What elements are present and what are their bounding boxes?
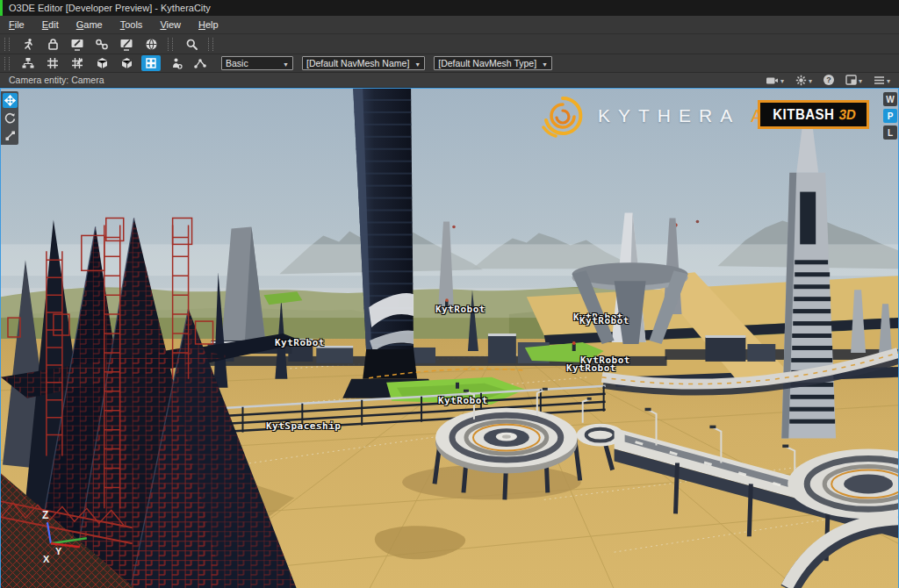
- navmesh-type-value: [Default NavMesh Type]: [438, 58, 536, 68]
- camera-entity-label: Camera entity: Camera: [0, 75, 766, 85]
- scale-tool-button[interactable]: [3, 128, 18, 143]
- chevron-down-icon: [780, 75, 784, 85]
- navmesh-name-value: [Default NavMesh Name]: [306, 58, 409, 68]
- kythera-wordmark: KYTHERA: [598, 105, 740, 126]
- navmesh-name-dropdown[interactable]: [Default NavMesh Name]: [302, 56, 425, 70]
- kythera-profile-dropdown[interactable]: Basic: [221, 56, 293, 70]
- window-edge-accent: [0, 0, 3, 16]
- move-tool-button[interactable]: [3, 93, 18, 108]
- kitbash3d-logo: KITBASH 3D: [758, 100, 869, 129]
- chevron-down-icon: [809, 75, 812, 85]
- entity-label-kytrobot: KytRobot: [438, 395, 488, 406]
- window-layout-button[interactable]: [845, 75, 862, 85]
- rotate-tool-button[interactable]: [3, 111, 18, 125]
- agent-icon[interactable]: [166, 55, 185, 71]
- kythera-logo: KYTHERA AI: [538, 94, 779, 138]
- menu-bar: File Edit Game Tools View Help: [0, 16, 899, 34]
- kythera-toolbar: Basic [Default NavMesh Name] [Default Na…: [0, 54, 899, 73]
- transform-toolbar: [1, 91, 18, 145]
- chevron-down-icon: [542, 58, 548, 68]
- kythera-swirl-icon: [538, 94, 587, 138]
- menu-file[interactable]: File: [0, 18, 33, 32]
- world-space-button[interactable]: W: [883, 92, 897, 106]
- svg-text:X: X: [43, 554, 50, 564]
- magnifier-icon[interactable]: [182, 36, 201, 52]
- viewport-header: Camera entity: Camera ?: [0, 73, 899, 88]
- toolbar-drag-handle[interactable]: [168, 38, 173, 51]
- local-space-button[interactable]: L: [883, 125, 897, 140]
- globe-icon[interactable]: [141, 36, 161, 52]
- chevron-down-icon: [414, 58, 421, 68]
- transform-space-toolbar: W P L: [883, 92, 897, 140]
- grid-edit-icon[interactable]: [68, 55, 87, 71]
- mesh-box-icon[interactable]: [92, 55, 111, 71]
- render-settings-button[interactable]: [795, 75, 812, 86]
- entity-label-kytspaceship: KytSpaceship: [266, 420, 341, 432]
- viewport-header-icons: ?: [766, 75, 899, 86]
- lock-rotate-icon[interactable]: [43, 36, 62, 52]
- scene-render: Z Y X: [1, 89, 898, 588]
- waypoint-graph-icon[interactable]: [191, 55, 210, 71]
- link-chain-icon[interactable]: [92, 36, 111, 52]
- help-button[interactable]: ?: [823, 75, 834, 85]
- parent-space-button[interactable]: P: [883, 109, 897, 123]
- entity-label-kytrobot: KytRobot: [579, 315, 629, 326]
- menu-game[interactable]: Game: [68, 18, 111, 32]
- chevron-down-icon: [887, 75, 890, 85]
- chevron-down-icon: [283, 58, 289, 68]
- window-title: O3DE Editor [Developer Preview] - Kyther…: [0, 3, 211, 13]
- entity-label-kytrobot: KytRobot: [435, 304, 485, 315]
- svg-text:Y: Y: [55, 546, 62, 556]
- menu-view[interactable]: View: [151, 18, 190, 32]
- profile-value: Basic: [226, 58, 248, 68]
- grid-icon[interactable]: [43, 55, 62, 71]
- entity-label-kytrobot: KytRobot: [275, 337, 325, 348]
- toolbar-drag-handle[interactable]: [4, 57, 10, 70]
- svg-text:Z: Z: [42, 509, 48, 521]
- simulate-icon[interactable]: [18, 36, 38, 52]
- toolbar-drag-handle[interactable]: [208, 38, 213, 51]
- viewport-menu-button[interactable]: [874, 75, 890, 85]
- mesh-box-edit-icon[interactable]: [117, 55, 136, 71]
- chevron-down-icon: [859, 75, 862, 85]
- viewport-3d-scene[interactable]: Z Y X W P L KYTHERA AI KITBASH: [0, 88, 899, 588]
- entity-label-kytrobot: KytRobot: [566, 362, 616, 374]
- title-bar: O3DE Editor [Developer Preview] - Kyther…: [0, 0, 899, 16]
- hierarchy-icon[interactable]: [18, 55, 38, 71]
- main-toolbar: [0, 34, 899, 54]
- menu-tools[interactable]: Tools: [111, 18, 152, 32]
- navmesh-type-dropdown[interactable]: [Default NavMesh Type]: [434, 56, 552, 70]
- screen-edit-icon[interactable]: [68, 36, 87, 52]
- screen-annotate-icon[interactable]: [117, 36, 136, 52]
- navmesh-visualize-icon[interactable]: [141, 55, 161, 71]
- menu-help[interactable]: Help: [190, 18, 227, 32]
- toolbar-drag-handle[interactable]: [4, 38, 10, 51]
- camera-menu-button[interactable]: [766, 75, 784, 85]
- menu-edit[interactable]: Edit: [33, 18, 68, 32]
